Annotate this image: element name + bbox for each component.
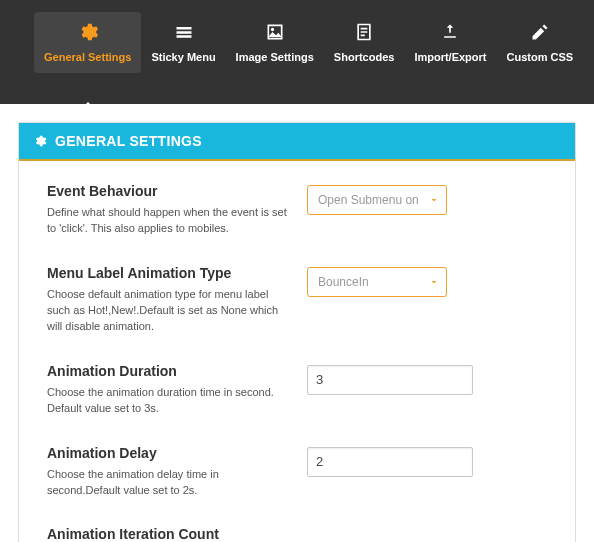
chevron-down-icon [428, 276, 440, 288]
field-title: Event Behaviour [47, 183, 287, 199]
panel-body: Event Behaviour Define what should happe… [19, 161, 575, 542]
field-desc: Define what should happen when the event… [47, 205, 287, 237]
edit-icon [528, 20, 552, 44]
field-animation-duration: Animation Duration Choose the animation … [47, 363, 547, 417]
svg-point-0 [271, 28, 274, 31]
tab-image-settings[interactable]: Image Settings [226, 12, 324, 73]
tab-import-export[interactable]: Import/Export [404, 12, 496, 73]
field-desc: Choose the animation delay time in secon… [47, 467, 287, 499]
tab-label: Shortcodes [334, 51, 395, 63]
tab-shortcodes[interactable]: Shortcodes [324, 12, 405, 73]
select-value: BounceIn [318, 275, 369, 289]
content-area: GENERAL SETTINGS Event Behaviour Define … [0, 104, 594, 542]
animation-delay-input[interactable] [307, 447, 473, 477]
field-event-behaviour: Event Behaviour Define what should happe… [47, 183, 547, 237]
general-settings-panel: GENERAL SETTINGS Event Behaviour Define … [18, 122, 576, 542]
field-animation-delay: Animation Delay Choose the animation del… [47, 445, 547, 499]
field-desc: Choose default animation type for menu l… [47, 287, 287, 335]
field-desc: Choose the animation duration time in se… [47, 385, 287, 417]
tab-general-settings[interactable]: General Settings [34, 12, 141, 73]
gear-icon [76, 20, 100, 44]
tab-custom-css[interactable]: Custom CSS [497, 12, 584, 73]
image-icon [263, 20, 287, 44]
field-title: Animation Delay [47, 445, 287, 461]
tab-label: Import/Export [414, 51, 486, 63]
field-title: Menu Label Animation Type [47, 265, 287, 281]
chevron-down-icon [428, 194, 440, 206]
gear-icon [33, 134, 47, 148]
animation-duration-input[interactable] [307, 365, 473, 395]
panel-title: GENERAL SETTINGS [55, 133, 202, 149]
field-label-animation-type: Menu Label Animation Type Choose default… [47, 265, 547, 335]
tab-sticky-menu[interactable]: Sticky Menu [141, 12, 225, 73]
event-behaviour-select[interactable]: Open Submenu on [307, 185, 447, 215]
tab-label: Sticky Menu [151, 51, 215, 63]
field-title: Animation Iteration Count [47, 526, 287, 542]
top-nav-bar: General Settings Sticky Menu Image Setti… [0, 0, 594, 104]
select-value: Open Submenu on [318, 193, 419, 207]
field-title: Animation Duration [47, 363, 287, 379]
panel-header: GENERAL SETTINGS [19, 123, 575, 159]
import-export-icon [438, 20, 462, 44]
document-icon [352, 20, 376, 44]
field-animation-iteration-count: Animation Iteration Count Fill the anima… [47, 526, 547, 542]
tab-label: General Settings [44, 51, 131, 63]
menu-icon [172, 20, 196, 44]
label-animation-select[interactable]: BounceIn [307, 267, 447, 297]
tab-list: General Settings Sticky Menu Image Setti… [0, 12, 583, 73]
tab-label: Custom CSS [507, 51, 574, 63]
tab-label: Image Settings [236, 51, 314, 63]
